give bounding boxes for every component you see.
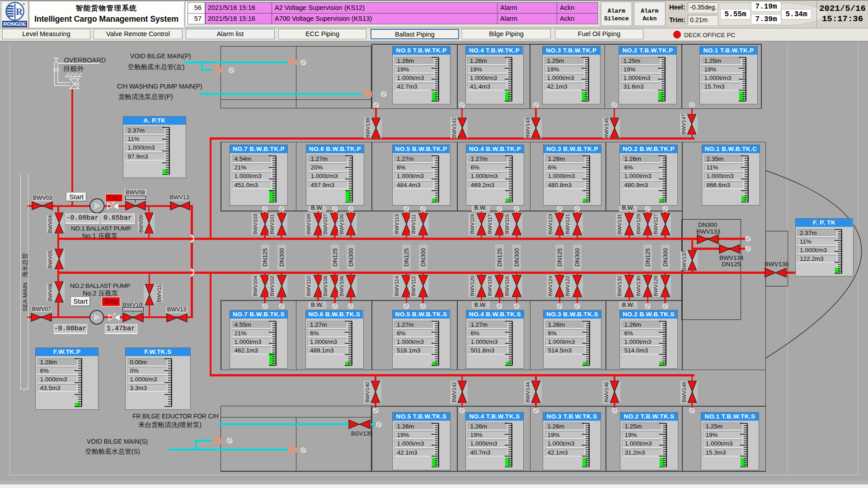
svg-text:®: ® [23, 3, 25, 6]
svg-text:R: R [16, 6, 23, 17]
